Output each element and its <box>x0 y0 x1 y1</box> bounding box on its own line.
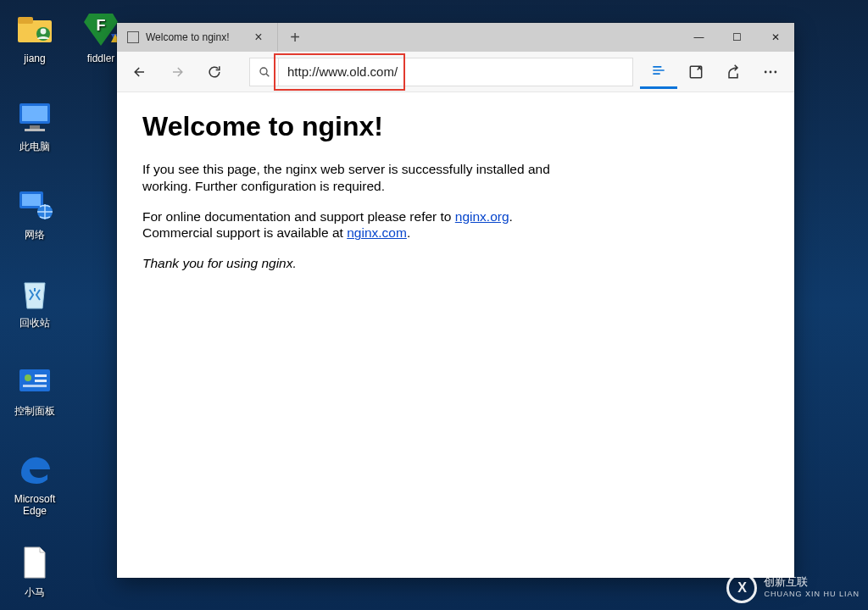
address-input[interactable] <box>279 58 632 86</box>
watermark-logo-icon: X <box>726 573 757 603</box>
desktop-icon-file[interactable]: 小马 <box>2 542 68 598</box>
desktop-icon-label: 此电脑 <box>2 141 68 152</box>
fiddler-icon: F <box>81 8 121 49</box>
svg-rect-12 <box>22 194 41 206</box>
network-icon <box>14 185 55 225</box>
desktop-icon-label: 控制面板 <box>2 405 68 417</box>
svg-rect-1 <box>18 17 33 24</box>
edge-icon <box>14 449 55 490</box>
back-button[interactable] <box>122 55 158 89</box>
svg-point-21 <box>765 70 767 73</box>
search-icon[interactable] <box>250 58 279 86</box>
titlebar-drag-area[interactable] <box>312 23 680 52</box>
svg-point-23 <box>774 70 776 73</box>
toolbar <box>117 52 794 92</box>
svg-rect-8 <box>22 106 47 121</box>
svg-rect-9 <box>30 125 40 129</box>
desktop-icon-label: Microsoft Edge <box>2 493 68 517</box>
share-button[interactable] <box>715 55 752 89</box>
browser-tab[interactable]: Welcome to nginx! × <box>117 23 278 52</box>
link-nginx-org[interactable]: nginx.org <box>455 209 509 224</box>
desktop-icon-edge[interactable]: Microsoft Edge <box>2 449 68 517</box>
more-button[interactable] <box>752 55 789 89</box>
desktop-icon-this-pc[interactable]: 此电脑 <box>2 97 68 152</box>
svg-point-19 <box>260 68 267 75</box>
page-content: Welcome to nginx! If you see this page, … <box>117 92 794 578</box>
watermark-brand: 创新互联 <box>764 576 860 588</box>
file-icon <box>14 542 55 583</box>
page-icon <box>127 31 139 43</box>
this-pc-icon <box>14 97 55 137</box>
desktop-icon-label: 网络 <box>2 229 68 241</box>
svg-point-22 <box>770 70 772 73</box>
refresh-button[interactable] <box>197 55 232 89</box>
window-maximize-button[interactable]: ☐ <box>718 23 756 52</box>
new-tab-button[interactable]: + <box>278 23 312 52</box>
watermark: X 创新互联 CHUANG XIN HU LIAN <box>726 573 860 603</box>
desktop-icon-user[interactable]: jiang <box>2 8 68 64</box>
desktop-icon-label: 小马 <box>2 586 68 598</box>
control-panel-icon <box>14 361 55 402</box>
tab-close-button[interactable]: × <box>248 30 269 45</box>
recycle-bin-icon <box>14 273 55 313</box>
svg-point-3 <box>41 29 47 35</box>
browser-window: Welcome to nginx! × + — ☐ ✕ <box>117 23 794 578</box>
titlebar: Welcome to nginx! × + — ☐ ✕ <box>117 23 794 52</box>
tab-title: Welcome to nginx! <box>146 31 242 43</box>
link-nginx-com[interactable]: nginx.com <box>347 225 407 240</box>
svg-text:F: F <box>97 17 106 34</box>
desktop-icon-recycle-bin[interactable]: 回收站 <box>2 273 68 329</box>
window-close-button[interactable]: ✕ <box>756 23 794 52</box>
desktop-icon-network[interactable]: 网络 <box>2 185 68 241</box>
page-paragraph-2: For online documentation and support ple… <box>142 208 600 242</box>
svg-rect-16 <box>35 374 47 377</box>
watermark-sub: CHUANG XIN HU LIAN <box>764 588 860 600</box>
address-bar <box>249 58 633 86</box>
desktop: jiang F fiddler 此电脑 网络 回收站 控制面板 M <box>0 0 117 610</box>
svg-point-15 <box>25 374 31 381</box>
window-minimize-button[interactable]: — <box>680 23 718 52</box>
desktop-icon-label: 回收站 <box>2 317 68 329</box>
desktop-icon-label: jiang <box>2 53 68 64</box>
forward-button[interactable] <box>159 55 195 89</box>
page-thanks: Thank you for using nginx. <box>142 255 600 272</box>
reading-view-button[interactable] <box>640 55 677 89</box>
svg-rect-10 <box>25 129 45 131</box>
page-paragraph-1: If you see this page, the nginx web serv… <box>142 161 600 195</box>
toolbar-right <box>640 55 789 89</box>
page-heading: Welcome to nginx! <box>142 111 769 142</box>
desktop-icon-control-panel[interactable]: 控制面板 <box>2 361 68 417</box>
svg-rect-18 <box>23 385 47 387</box>
folder-user-icon <box>14 8 55 49</box>
notes-button[interactable] <box>677 55 715 89</box>
svg-rect-17 <box>35 380 47 382</box>
